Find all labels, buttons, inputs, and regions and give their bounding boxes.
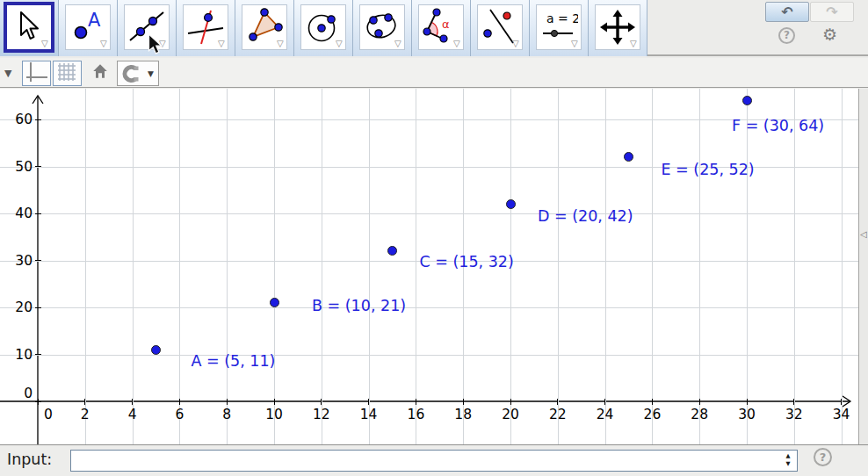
y-axis-tick-label: 30 bbox=[0, 253, 33, 269]
point-label-D[interactable]: D = (20, 42) bbox=[538, 207, 633, 225]
redo-icon: ↷ bbox=[826, 4, 837, 20]
tool-dropdown-icon[interactable]: ▽ bbox=[218, 40, 225, 48]
svg-text:A: A bbox=[88, 10, 101, 31]
collapse-left-icon[interactable]: ◁ bbox=[860, 229, 867, 239]
tool-dropdown-icon[interactable]: ▽ bbox=[41, 40, 48, 48]
command-input[interactable] bbox=[70, 450, 798, 472]
y-axis-tick-label: 50 bbox=[0, 159, 33, 175]
x-axis-tick-label: 30 bbox=[734, 407, 760, 422]
mouse-cursor bbox=[148, 34, 163, 55]
x-axis-tick bbox=[747, 399, 748, 405]
gridline-vertical bbox=[605, 89, 606, 444]
gridline-vertical bbox=[747, 89, 748, 444]
point-label-A[interactable]: A = (5, 11) bbox=[192, 352, 276, 370]
gridline-vertical bbox=[133, 89, 134, 444]
gridline-vertical bbox=[179, 89, 180, 444]
x-axis-tick bbox=[368, 399, 369, 405]
toolbar: ▽ A ▽ ▽ bbox=[0, 0, 868, 56]
redo-button[interactable]: ↷ bbox=[810, 2, 854, 22]
x-axis-tick-label: 12 bbox=[308, 407, 335, 422]
x-axis-tick bbox=[321, 399, 322, 405]
input-history-spinner[interactable]: ▲ ▼ bbox=[784, 452, 792, 468]
x-axis-tick bbox=[510, 399, 511, 405]
y-axis-tick bbox=[35, 307, 41, 308]
tool-reflect-button[interactable]: ▽ bbox=[471, 0, 530, 56]
y-axis-tick bbox=[35, 213, 41, 214]
gridline-vertical bbox=[227, 89, 228, 444]
graphics-stylebar: ▼ ▼ bbox=[0, 58, 868, 88]
point-capturing-button[interactable]: ▼ bbox=[117, 61, 159, 86]
point-F[interactable] bbox=[742, 96, 752, 105]
x-axis-tick-label: 32 bbox=[781, 407, 807, 422]
y-axis-tick-label: 10 bbox=[0, 347, 33, 363]
undo-icon: ↶ bbox=[781, 4, 792, 20]
tool-dropdown-icon[interactable]: ▽ bbox=[394, 40, 401, 48]
tool-perpendicular-line-button[interactable]: ▽ bbox=[177, 0, 235, 56]
x-axis-tick bbox=[793, 399, 794, 405]
graphics-view[interactable]: 0246810121416182022242628303234010203040… bbox=[0, 89, 858, 444]
y-axis-tick bbox=[35, 166, 41, 167]
tool-slider-button[interactable]: a = 2 ▽ bbox=[530, 0, 589, 56]
settings-gear-icon[interactable]: ⚙ bbox=[822, 25, 837, 44]
gridline-horizontal bbox=[0, 213, 858, 214]
x-axis-tick bbox=[841, 399, 842, 405]
magnet-icon bbox=[121, 65, 141, 83]
gridline-vertical bbox=[85, 89, 86, 444]
tool-point-button[interactable]: A ▽ bbox=[59, 0, 118, 56]
x-axis-tick-label: 22 bbox=[545, 407, 571, 422]
tool-dropdown-icon[interactable]: ▽ bbox=[277, 40, 284, 48]
tool-move-graphics-view-button[interactable]: ▽ bbox=[589, 0, 647, 56]
input-label: Input: bbox=[7, 451, 52, 468]
stylebar-collapse-icon[interactable]: ▼ bbox=[4, 68, 11, 79]
undo-button[interactable]: ↶ bbox=[765, 2, 809, 22]
x-axis-tick bbox=[179, 399, 180, 405]
gridline-vertical bbox=[842, 89, 843, 444]
x-axis-tick-label: 28 bbox=[686, 407, 712, 422]
x-axis-tick-label: 16 bbox=[402, 407, 429, 422]
grid-icon bbox=[56, 61, 79, 83]
tool-buttons: ▽ A ▽ ▽ bbox=[0, 0, 647, 56]
tool-conic-button[interactable]: ▽ bbox=[353, 0, 412, 56]
x-axis-tick bbox=[84, 399, 85, 405]
gridline-vertical bbox=[274, 89, 275, 444]
tool-dropdown-icon[interactable]: ▽ bbox=[453, 40, 460, 48]
gridline-vertical bbox=[369, 89, 370, 444]
y-axis-tick-label: 0 bbox=[0, 386, 33, 401]
point-label-F[interactable]: F = (30, 64) bbox=[732, 117, 824, 134]
show-grid-button[interactable] bbox=[53, 61, 82, 86]
point-A[interactable] bbox=[151, 345, 161, 355]
standard-view-button[interactable] bbox=[88, 62, 112, 85]
help-button[interactable]: ? bbox=[778, 27, 795, 44]
side-panel-splitter[interactable]: ◁ bbox=[858, 89, 868, 444]
y-axis-tick bbox=[35, 401, 41, 402]
tool-dropdown-icon[interactable]: ▽ bbox=[630, 40, 637, 48]
point-label-C[interactable]: C = (15, 32) bbox=[420, 253, 514, 270]
x-axis-tick-label: 0 bbox=[35, 407, 61, 422]
tool-circle-button[interactable]: ▽ bbox=[294, 0, 353, 56]
x-axis-tick bbox=[652, 399, 653, 405]
gridline-horizontal bbox=[0, 355, 858, 356]
x-axis-tick bbox=[557, 399, 558, 405]
tool-angle-button[interactable]: α ▽ bbox=[412, 0, 471, 56]
tool-move-button[interactable]: ▽ bbox=[0, 0, 59, 56]
point-B[interactable] bbox=[270, 298, 279, 307]
tool-dropdown-icon[interactable]: ▽ bbox=[336, 40, 343, 48]
show-axes-button[interactable] bbox=[22, 61, 51, 86]
point-label-B[interactable]: B = (10, 21) bbox=[312, 297, 406, 314]
tool-polygon-button[interactable]: ▽ bbox=[235, 0, 294, 56]
input-help-button[interactable]: ? bbox=[814, 448, 832, 466]
tool-dropdown-icon[interactable]: ▽ bbox=[512, 40, 519, 48]
tool-dropdown-icon[interactable]: ▽ bbox=[100, 40, 107, 48]
point-label-E[interactable]: E = (25, 52) bbox=[662, 161, 755, 178]
x-axis-tick bbox=[274, 399, 275, 405]
y-axis-tick bbox=[35, 260, 41, 261]
x-axis-tick-label: 8 bbox=[213, 407, 240, 422]
x-axis-tick bbox=[604, 399, 605, 405]
point-D[interactable] bbox=[506, 199, 516, 209]
home-icon bbox=[91, 62, 109, 80]
gridline-horizontal bbox=[0, 307, 858, 308]
x-axis-tick-label: 34 bbox=[828, 407, 855, 422]
x-axis-tick bbox=[38, 399, 39, 405]
x-axis-tick bbox=[416, 399, 416, 405]
tool-dropdown-icon[interactable]: ▽ bbox=[571, 40, 578, 48]
